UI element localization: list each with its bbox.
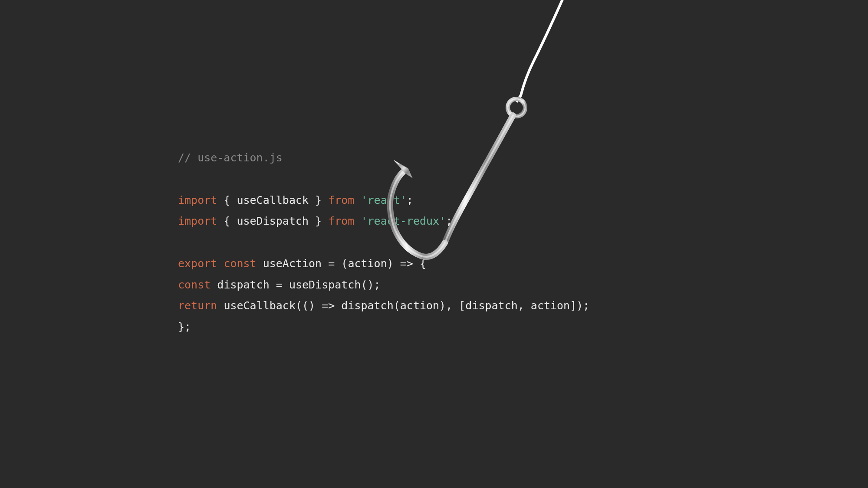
punct: =	[270, 278, 289, 291]
identifier: useDispatch	[289, 278, 361, 291]
space	[354, 215, 361, 227]
keyword: import	[178, 215, 217, 227]
identifier: action	[400, 299, 439, 312]
identifier: action	[348, 257, 387, 270]
string: 'react'	[361, 194, 406, 206]
blank-line	[178, 169, 589, 190]
punct: ), [	[439, 299, 465, 312]
comment-text: // use-action.js	[178, 151, 283, 164]
blank-line	[178, 232, 589, 253]
string: 'react-redux'	[361, 215, 446, 227]
punct: = (	[322, 257, 348, 270]
keyword: const	[178, 278, 210, 291]
code-snippet: // use-action.js import { useCallback } …	[178, 147, 589, 338]
identifier: useCallback	[224, 299, 296, 312]
space	[256, 257, 263, 270]
keyword: import	[178, 194, 217, 206]
punct: (	[394, 299, 400, 312]
space	[210, 278, 217, 291]
punct: ) => {	[387, 257, 426, 270]
punct: };	[178, 321, 191, 333]
punct: {	[217, 215, 237, 227]
keyword: return	[178, 299, 217, 312]
identifier: useCallback	[237, 194, 309, 206]
code-line-return: return useCallback(() => dispatch(action…	[178, 295, 589, 317]
code-line-comment: // use-action.js	[178, 147, 589, 169]
code-line-import-1: import { useCallback } from 'react';	[178, 190, 589, 211]
punct: }	[309, 215, 328, 227]
space	[354, 194, 361, 206]
punct: {	[217, 194, 237, 206]
code-line-export: export const useAction = (action) => {	[178, 253, 589, 275]
code-line-close: };	[178, 317, 589, 338]
identifier: dispatch	[465, 299, 517, 312]
keyword: const	[224, 257, 256, 270]
code-line-const: const dispatch = useDispatch();	[178, 275, 589, 296]
keyword: export	[178, 257, 217, 270]
punct: ,	[518, 299, 531, 312]
keyword: from	[328, 194, 354, 206]
punct: ();	[361, 278, 380, 291]
svg-point-0	[508, 99, 525, 116]
punct: ;	[446, 215, 452, 227]
punct: ;	[407, 194, 413, 206]
identifier: useAction	[263, 257, 322, 270]
identifier: dispatch	[341, 299, 393, 312]
svg-point-1	[508, 99, 525, 116]
keyword: from	[328, 215, 354, 227]
punct: ]);	[570, 299, 589, 312]
identifier: dispatch	[217, 278, 269, 291]
code-line-import-2: import { useDispatch } from 'react-redux…	[178, 211, 589, 232]
space	[217, 257, 224, 270]
identifier: useDispatch	[237, 215, 309, 227]
identifier: action	[531, 299, 570, 312]
punct: }	[309, 194, 328, 206]
punct: (() =>	[296, 299, 341, 312]
space	[217, 299, 224, 312]
